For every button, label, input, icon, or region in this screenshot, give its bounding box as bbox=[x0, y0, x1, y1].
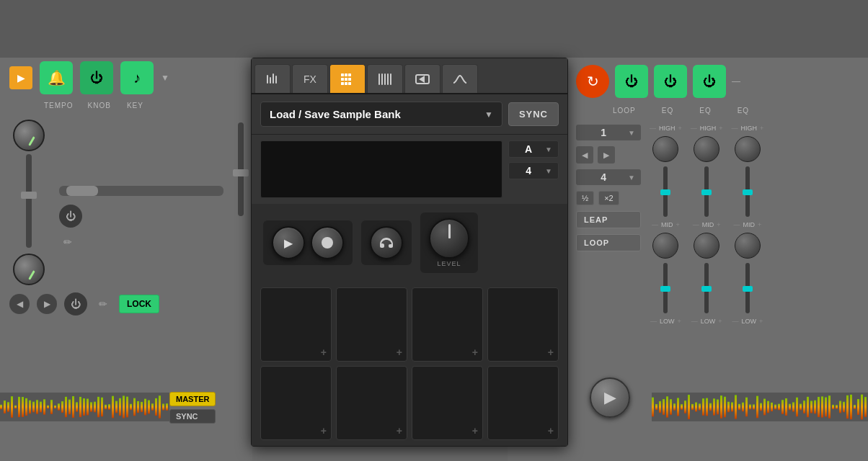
right-power-btn-2[interactable]: ⏻ bbox=[654, 65, 687, 98]
eq2-mid-fader-thumb[interactable] bbox=[701, 286, 712, 292]
svg-rect-109 bbox=[105, 405, 107, 409]
svg-rect-30 bbox=[688, 395, 690, 419]
svg-rect-20 bbox=[652, 398, 654, 417]
num2-arrow[interactable]: ▼ bbox=[628, 174, 635, 182]
play-button[interactable]: ▶ bbox=[272, 226, 305, 259]
leap-button[interactable]: LEAP bbox=[576, 211, 641, 228]
tab-sampler[interactable] bbox=[329, 64, 366, 93]
eq3-mid-fader-thumb[interactable] bbox=[743, 286, 753, 292]
left-waveform-area: (function() { var svg = document.current… bbox=[0, 393, 169, 421]
eq2-fader-track bbox=[704, 166, 709, 217]
level-knob[interactable] bbox=[429, 218, 469, 259]
tab-fx[interactable]: FX bbox=[292, 64, 328, 93]
svg-rect-55 bbox=[778, 404, 780, 411]
svg-rect-72 bbox=[839, 401, 841, 413]
left-play-btn[interactable]: ▶ bbox=[9, 66, 32, 89]
pad-1[interactable]: + bbox=[260, 287, 332, 362]
pad-grid: + + + + + + + + bbox=[252, 282, 567, 446]
eq1-fader-track bbox=[663, 166, 668, 217]
nav-left-btn[interactable]: ◀ bbox=[9, 294, 30, 314]
pad-2-plus: + bbox=[397, 346, 402, 358]
tab-eq[interactable] bbox=[367, 64, 403, 93]
half-button[interactable]: ½ bbox=[576, 191, 594, 205]
pad-6[interactable]: + bbox=[336, 366, 407, 440]
power-icon-small[interactable]: ⏻ bbox=[59, 205, 82, 228]
power-btn-1[interactable]: ⏻ bbox=[80, 61, 113, 94]
eq3-mid-knob[interactable] bbox=[735, 233, 761, 259]
eq1-mid-knob[interactable] bbox=[652, 233, 678, 259]
bank-selector[interactable]: A ▼ bbox=[508, 140, 559, 158]
svg-rect-73 bbox=[843, 402, 845, 412]
tab-back[interactable] bbox=[404, 64, 440, 93]
double-button[interactable]: ×2 bbox=[598, 191, 619, 205]
svg-rect-65 bbox=[814, 400, 816, 414]
right-play-button[interactable]: ▶ bbox=[590, 377, 630, 418]
tempo-arrow[interactable]: ▼ bbox=[161, 73, 169, 83]
left-fader-thumb[interactable] bbox=[21, 192, 37, 199]
sync-button[interactable]: SYNC bbox=[508, 102, 559, 126]
alert-btn[interactable]: 🔔 bbox=[40, 61, 73, 94]
tab-bar: FX bbox=[252, 58, 567, 94]
pad-4[interactable]: + bbox=[487, 287, 559, 362]
eq2-mid-controls: — MID + bbox=[693, 221, 721, 228]
svg-rect-123 bbox=[155, 398, 157, 416]
eq-column-3: — HIGH + — MID + — LOW + bbox=[732, 125, 764, 325]
pad-7[interactable]: + bbox=[412, 366, 483, 440]
power-icon-2[interactable]: ⏻ bbox=[64, 292, 87, 315]
eq2-fader-thumb[interactable] bbox=[701, 189, 712, 195]
eq1-high-knob[interactable] bbox=[652, 136, 678, 162]
nav-right-btn[interactable]: ▶ bbox=[37, 294, 57, 314]
note-btn[interactable]: ♪ bbox=[120, 61, 154, 94]
loop-button[interactable]: LOOP bbox=[576, 234, 641, 251]
left-labels-row: TEMPO KNOB KEY bbox=[6, 102, 251, 109]
eq3-high-label: HIGH bbox=[741, 125, 758, 132]
eq1-fader-thumb[interactable] bbox=[660, 189, 670, 195]
left-knob-bottom[interactable] bbox=[13, 254, 45, 285]
pad-5[interactable]: + bbox=[260, 366, 332, 440]
lock-button[interactable]: LOCK bbox=[119, 295, 159, 313]
bank-arrow[interactable]: ▼ bbox=[545, 146, 552, 153]
right-power-btn-3[interactable]: ⏻ bbox=[693, 65, 726, 98]
edit-icon[interactable]: ✏ bbox=[59, 233, 76, 251]
svg-rect-102 bbox=[79, 397, 81, 417]
pencil-icon-2[interactable]: ✏ bbox=[94, 295, 112, 313]
svg-rect-41 bbox=[727, 402, 730, 413]
eq2-mid-knob[interactable] bbox=[694, 233, 719, 259]
nav-right-small[interactable]: ▶ bbox=[598, 146, 615, 164]
svg-rect-15 bbox=[384, 73, 386, 85]
pad-3-plus: + bbox=[472, 346, 478, 358]
svg-rect-113 bbox=[119, 398, 121, 416]
num2-selector[interactable]: 4 ▼ bbox=[576, 169, 641, 185]
spacer1 bbox=[59, 120, 223, 151]
num1-arrow[interactable]: ▼ bbox=[628, 129, 635, 137]
loop-circular-btn[interactable]: ↻ bbox=[576, 65, 609, 98]
svg-rect-125 bbox=[162, 403, 164, 410]
pad-8[interactable]: + bbox=[487, 366, 559, 440]
tab-curve[interactable] bbox=[442, 64, 478, 93]
steps-selector[interactable]: 4 ▼ bbox=[508, 162, 559, 179]
svg-rect-105 bbox=[90, 402, 92, 411]
pad-2[interactable]: + bbox=[336, 287, 407, 362]
monitor-button[interactable] bbox=[370, 226, 403, 259]
num1-selector[interactable]: 1 ▼ bbox=[576, 125, 641, 140]
eq3-fader-thumb[interactable] bbox=[743, 189, 753, 195]
tab-mixer[interactable] bbox=[254, 64, 291, 93]
eq3-high-knob[interactable] bbox=[735, 136, 761, 162]
horiz-slider-thumb[interactable] bbox=[66, 186, 98, 196]
load-save-button[interactable]: Load / Save Sample Bank ▼ bbox=[260, 102, 502, 127]
num2-value: 4 bbox=[582, 171, 625, 183]
eq1-mid-fader-thumb[interactable] bbox=[660, 286, 670, 292]
eq1-low-controls: — LOW + bbox=[650, 318, 681, 325]
left-knob-top[interactable] bbox=[13, 120, 45, 151]
steps-arrow[interactable]: ▼ bbox=[545, 167, 552, 175]
eq2-high-knob[interactable] bbox=[694, 136, 719, 162]
pad-3[interactable]: + bbox=[412, 287, 483, 362]
svg-rect-9 bbox=[348, 78, 351, 81]
svg-rect-47 bbox=[749, 404, 751, 409]
eq3-mid-fader-track bbox=[745, 263, 750, 313]
record-button[interactable] bbox=[311, 226, 344, 259]
right-power-btn-1[interactable]: ⏻ bbox=[615, 65, 648, 98]
nav-left-small[interactable]: ◀ bbox=[576, 146, 593, 164]
right-fader-thumb[interactable] bbox=[233, 169, 249, 176]
right-fader-track bbox=[238, 122, 244, 216]
